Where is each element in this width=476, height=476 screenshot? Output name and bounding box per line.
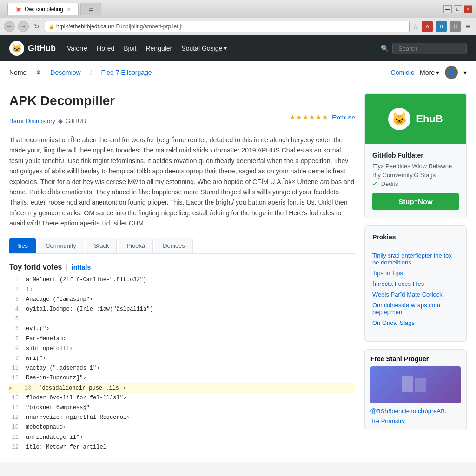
- sec-nav-link2[interactable]: Fiee 7 Ellsorgage: [101, 69, 152, 76]
- prokies-link-item[interactable]: On Grical Slags: [372, 317, 459, 328]
- tab-flies[interactable]: flies: [9, 238, 36, 253]
- prokies-link-item[interactable]: Onmloinessiø wraps.com beplepment: [372, 300, 459, 317]
- promo-title: Free Stani Proguer: [370, 355, 461, 363]
- browser-action-3[interactable]: C: [450, 21, 461, 32]
- line-number: 12: [9, 374, 19, 383]
- maximize-btn[interactable]: □: [454, 5, 462, 13]
- nav-soutal[interactable]: Soutal Gosige ▾: [181, 45, 227, 52]
- sidebar-cta-button[interactable]: Stup†Now: [372, 193, 459, 210]
- line-content: oyital.Iodmpe: (Irle :iaw("äslpaliia"): [26, 305, 153, 314]
- breadcrumb-part2: GitHUB: [66, 118, 86, 125]
- nav-valorre[interactable]: Valorre: [67, 45, 87, 52]
- code-line: 4oyital.Iodmpe: (Irle :iaw("äslpaliia"): [9, 304, 355, 314]
- title-bar: 🐙 Ow: completing ✕ ▭ — □ ✕: [0, 0, 476, 18]
- exchange-link[interactable]: Exchuse: [332, 114, 355, 121]
- nav-home[interactable]: Nome: [9, 69, 26, 76]
- dropdown-chevron: ▾: [224, 45, 227, 52]
- close-btn[interactable]: ✕: [464, 5, 472, 13]
- tab-pioe[interactable]: Pioeká: [119, 238, 153, 253]
- user-avatar[interactable]: 👤: [445, 66, 458, 79]
- nav-bjoit[interactable]: Bjoit: [124, 45, 136, 52]
- bookmark-icon[interactable]: ☆: [412, 22, 419, 31]
- stars-row: ★★★★★★ Exchuse: [289, 113, 355, 122]
- tab-deniees[interactable]: Deniees: [155, 238, 193, 253]
- line-content: vactay (".adserads 1"›: [26, 364, 99, 373]
- secure-icon: 🔒: [49, 24, 54, 29]
- promo-link[interactable]: ⓖBSḧñoencle to cḧùpreAB.: [370, 407, 461, 416]
- svg-rect-0: [402, 376, 413, 392]
- prokies-link-item[interactable]: Tinily srad enterflepter the tox be dome…: [372, 250, 459, 268]
- nav-hored[interactable]: Hored: [97, 45, 114, 52]
- browser-action-1[interactable]: A: [422, 21, 433, 32]
- refresh-btn[interactable]: ↻: [32, 21, 42, 32]
- breadcrumb-link[interactable]: Barnr Disinbslory: [9, 118, 55, 125]
- line-content: floder ñvc-lil for fel-llJsl"›: [26, 394, 126, 403]
- minimize-btn[interactable]: —: [443, 5, 452, 13]
- sidebar-text1: Fïyx Peedices Wiow Relawne: [372, 163, 459, 170]
- star-rating: ★★★★★★: [289, 113, 328, 122]
- promo-bottom-link[interactable]: Tre Prianstry: [370, 417, 461, 424]
- prokies-link-item[interactable]: Tips In Tips: [372, 268, 459, 278]
- line-number: 9: [9, 354, 19, 363]
- svg-rect-1: [415, 378, 426, 392]
- github-logo-text: GitHub: [28, 44, 56, 53]
- code-line: 5: [9, 314, 355, 324]
- code-line: 22itlo: Metowr fer artilel: [9, 443, 355, 452]
- browser-tab-inactive[interactable]: ▭: [80, 3, 101, 15]
- line-content: f:: [26, 285, 33, 294]
- sec-nav-desomiow[interactable]: Desomiow: [50, 69, 80, 76]
- code-line: 10mebetopnaud›: [9, 423, 355, 432]
- browser-menu-btn[interactable]: ≡: [463, 22, 472, 32]
- line-number: 22: [9, 443, 19, 452]
- line-number: 9: [9, 344, 19, 353]
- prokies-link-item[interactable]: Weels Parïd Mate Corlock: [372, 289, 459, 300]
- url-bar[interactable]: 🔒 htpl×/ethebitbjedt.ca.ur/ Funbijoling/…: [45, 21, 410, 32]
- more-button[interactable]: More ▾: [420, 69, 439, 76]
- line-number: 5: [9, 315, 19, 324]
- prokies-link-item[interactable]: f̈inrecta Foces Fles: [372, 278, 459, 289]
- avatar-chevron-icon[interactable]: ▾: [463, 69, 467, 76]
- sidebar-check: ✔ Dedits: [372, 180, 459, 187]
- tab-close-btn[interactable]: ✕: [67, 7, 71, 12]
- forward-btn[interactable]: →: [18, 21, 29, 32]
- sec-nav-right: Comidic More ▾ 👤 ▾: [391, 66, 467, 79]
- code-line: ▶13"desadalioncir puse-.ils ›: [9, 383, 355, 393]
- code-line: 12Rea-in-Iuproutz]"›: [9, 373, 355, 383]
- search-icon[interactable]: 🔍: [381, 45, 389, 52]
- line-number: 15: [9, 394, 19, 403]
- check-icon: ✔: [372, 180, 377, 187]
- code-line: 1a Nelnert (žif f-Carline-".ñit.o3ž"): [9, 275, 355, 285]
- code-line: 12 nnurhveize: ngimetfal Requerol›: [9, 413, 355, 423]
- browser-tab-active[interactable]: 🐙 Ow: completing ✕: [7, 3, 79, 15]
- code-inttals-link[interactable]: inttals: [72, 264, 91, 271]
- comidic-link[interactable]: Comidic: [391, 69, 415, 76]
- secondary-nav: Nome ⚙ Desomiow / Fiee 7 Ellsorgage Comi…: [0, 61, 476, 84]
- github-logo[interactable]: 🐱 GitHub: [9, 41, 56, 56]
- line-content: unfiendatoge il"›: [26, 433, 83, 442]
- nav-renguler[interactable]: Renguler: [145, 45, 172, 52]
- github-logo-icon: 🐱: [9, 41, 24, 56]
- breadcrumb-icon: ◈: [58, 118, 63, 125]
- sidebar-card-prokies: Prokies Tinily srad enterflepter the tox…: [364, 225, 467, 342]
- line-arrow-icon: ▶: [9, 384, 13, 393]
- search-input[interactable]: [392, 43, 467, 54]
- line-content: nnurhveize: ngimetfal Requerol›: [26, 413, 130, 422]
- line-number: 10: [9, 423, 19, 432]
- line-content: wri("›: [26, 354, 46, 363]
- code-line: 15 floder ñvc-lil for fel-llJsl"›: [9, 393, 355, 403]
- code-title: Toy forid votes | inttals: [9, 263, 355, 271]
- tab-stack[interactable]: Stack: [86, 238, 117, 253]
- code-line: 7Far-Meneiam:: [9, 334, 355, 344]
- tab-community[interactable]: Community: [38, 238, 84, 253]
- github-nav-links: Valorre Hored Bjoit Renguler Soutal Gosi…: [67, 45, 227, 52]
- page-description: That reco-mmiust on ẗhe aben the and fo…: [9, 135, 355, 229]
- back-btn[interactable]: ←: [4, 21, 15, 32]
- browser-action-2[interactable]: B: [436, 21, 447, 32]
- code-line: 3 Anacage ("Iamasinp"›: [9, 295, 355, 304]
- url-text: htpl×/ethebitbjedt.ca.ur/ Funbijoling/sm…: [56, 23, 183, 30]
- line-number: 6: [9, 324, 19, 333]
- promo-image: [370, 366, 461, 403]
- code-line: 9wri("›: [9, 354, 355, 364]
- code-line: 6evl.("›: [9, 324, 355, 334]
- sec-nav-divider: /: [90, 69, 92, 76]
